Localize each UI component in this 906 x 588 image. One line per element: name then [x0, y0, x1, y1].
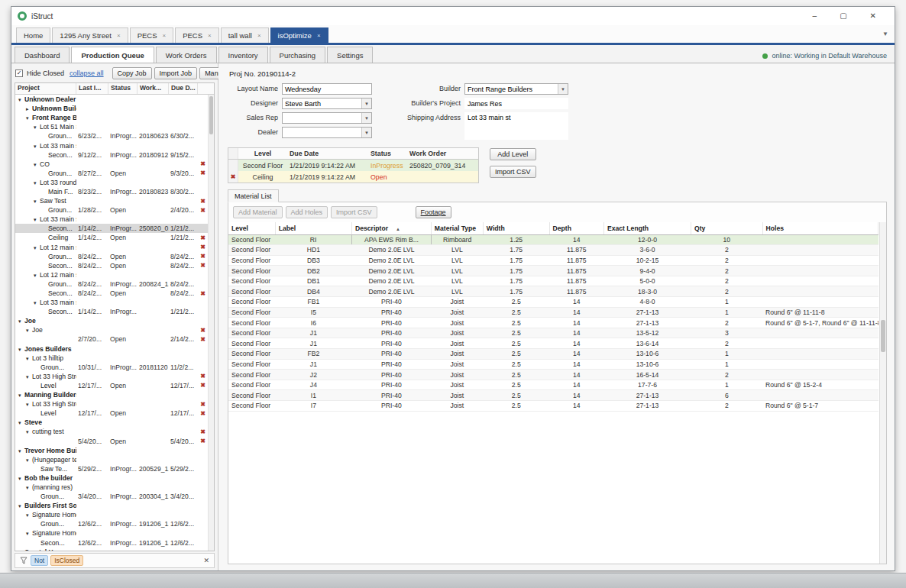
shipping-address-field[interactable]: Lot 33 main st — [464, 112, 568, 140]
material-col-width[interactable]: Width — [483, 222, 549, 234]
tree-job-row[interactable]: 2/7/20...Open2/14/2...✖ — [15, 334, 208, 344]
delete-job-icon[interactable]: ✖ — [198, 244, 208, 250]
builder-combobox[interactable]: Front Range Builders▼ — [464, 83, 568, 95]
material-col-holes[interactable]: Holes — [762, 222, 878, 234]
tree-job-row[interactable]: Main F...8/23/2...InProgr...201808238/30… — [15, 187, 208, 196]
tree-expand-icon[interactable]: ▾ — [18, 476, 24, 482]
tree-job-row[interactable]: Saw Te...5/29/2...InProgr...200529_1...5… — [15, 464, 208, 473]
material-row[interactable]: Second FloorDB2Demo 2.0E LVLLVL1.7511.87… — [228, 266, 878, 276]
delete-job-icon[interactable]: ✖ — [198, 160, 208, 167]
tree-group-row[interactable]: ▾(Hungepager test1) — [15, 455, 208, 464]
material-list-tab[interactable]: Material List — [228, 189, 279, 202]
layout-name-input[interactable]: Wednesday — [282, 83, 372, 95]
delete-job-icon[interactable]: ✖ — [198, 198, 208, 205]
tree-expand-icon[interactable]: ▾ — [26, 374, 32, 380]
sales-rep-combobox[interactable]: ▼ — [282, 112, 372, 124]
tree-job-row[interactable]: Groun...10/31/...InProgr...2018112011/2/… — [15, 363, 208, 372]
chevron-down-icon[interactable]: ▼ — [361, 113, 371, 123]
tree-expand-icon[interactable]: ▾ — [34, 245, 40, 251]
tree-job-row[interactable]: Groun...3/4/20...InProgr...200304_1...3/… — [15, 492, 208, 501]
tree-group-row[interactable]: ▾Lot 33 main st — [15, 215, 208, 224]
tree-expand-icon[interactable]: ▾ — [26, 328, 32, 334]
level-row[interactable]: ✖Ceiling1/21/2019 9:14:22 AMOpen — [228, 171, 478, 183]
tree-job-row[interactable]: Secon...1/14/2...InProgr...1/21/2... — [15, 307, 208, 316]
module-tab-inventory[interactable]: Inventory — [218, 47, 268, 63]
tree-expand-icon[interactable]: ▾ — [26, 402, 32, 408]
tree-scrollbar[interactable] — [208, 95, 214, 551]
delete-job-icon[interactable]: ✖ — [198, 336, 208, 343]
doc-tab-tall-wall[interactable]: tall wall× — [221, 27, 269, 43]
tree-group-row[interactable]: ▾Builders First Source — [15, 501, 208, 510]
level-col-status[interactable]: Status — [368, 150, 408, 157]
material-col-material-type[interactable]: Material Type — [431, 222, 483, 234]
module-tab-purchasing[interactable]: Purchasing — [270, 47, 326, 63]
dealer-combobox[interactable]: ▼ — [282, 127, 372, 138]
tree-job-row[interactable]: Groun...6/23/2...InProgr...201806236/30/… — [15, 131, 208, 141]
maximize-button[interactable]: ▢ — [840, 12, 846, 20]
chevron-down-icon[interactable]: ▼ — [558, 84, 568, 94]
doc-tab-pecs[interactable]: PECS× — [175, 27, 219, 43]
tree-expand-icon[interactable]: ▾ — [18, 347, 24, 353]
filter-icon[interactable] — [20, 557, 28, 564]
clear-filter-button[interactable]: ✕ — [203, 557, 209, 564]
delete-job-icon[interactable]: ✖ — [198, 438, 208, 444]
tree-expand-icon[interactable]: ▾ — [34, 180, 40, 186]
level-col-work-order[interactable]: Work Order — [408, 150, 478, 157]
tree-expand-icon[interactable]: ▾ — [34, 162, 40, 168]
delete-job-icon[interactable]: ✖ — [198, 170, 208, 176]
tree-group-row[interactable]: ▾CO✖ — [15, 160, 208, 169]
material-row[interactable]: Second FloorI5PRI-40Joist2.51427-1-131Ro… — [228, 307, 878, 318]
doc-tab-1295-any-street[interactable]: 1295 Any Street× — [52, 27, 128, 43]
tree-job-row[interactable]: Secon...8/24/2...Open8/24/2...✖ — [15, 289, 208, 298]
collapse-all-link[interactable]: collapse all — [70, 69, 104, 77]
tree-job-row[interactable]: Level12/17/...Open12/17/...✖ — [15, 381, 208, 390]
tree-col-status[interactable]: Status — [108, 83, 138, 94]
tree-col-project[interactable]: Project — [15, 83, 76, 94]
material-row[interactable]: Second FloorJ2PRI-40Joist2.51416-5-142 — [228, 370, 878, 380]
close-tab-icon[interactable]: × — [317, 33, 321, 39]
material-row[interactable]: Second FloorFB1PRI-40Joist2.5144-8-01 — [228, 297, 878, 308]
tree-expand-icon[interactable]: ▾ — [34, 144, 40, 150]
tree-group-row[interactable]: ▾Manning Builders — [15, 390, 208, 399]
material-row[interactable]: Second FloorHD1Demo 2.0E LVLLVL1.7511.87… — [228, 245, 878, 256]
tree-expand-icon[interactable]: ▾ — [34, 300, 40, 306]
tree-group-row[interactable]: ▾Trevor Home Builder — [15, 446, 208, 455]
tree-group-row[interactable]: ▾(manning res) — [15, 483, 208, 492]
chevron-down-icon[interactable]: ▼ — [361, 99, 371, 108]
close-tab-icon[interactable]: × — [117, 33, 121, 39]
close-button[interactable]: ✕ — [870, 12, 876, 20]
tree-group-row[interactable]: ▾Front Range Builders — [15, 113, 208, 122]
tree-expand-icon[interactable]: ▾ — [18, 420, 24, 426]
chevron-down-icon[interactable]: ▼ — [361, 128, 371, 137]
doc-tab-home[interactable]: Home — [16, 27, 50, 43]
tree-col-due-d[interactable]: Due D... — [169, 83, 198, 94]
tree-group-row[interactable]: ▾Lot 12 main street — [15, 270, 208, 279]
module-tab-dashboard[interactable]: Dashboard — [15, 47, 70, 63]
material-col-label[interactable]: Label — [275, 222, 351, 234]
import-csv-button[interactable]: Import CSV — [490, 166, 536, 178]
tree-group-row[interactable]: ▾Lot 33 roundtree — [15, 178, 208, 187]
tree-job-row[interactable]: Groun...8/24/2...Open8/24/2...✖ — [15, 252, 208, 261]
tree-col-last-i[interactable]: Last I... — [76, 83, 108, 94]
material-scrollbar-thumb[interactable] — [881, 320, 885, 352]
material-row[interactable]: Second FloorJ1PRI-40Joist2.51413-6-142 — [228, 338, 878, 349]
material-row[interactable]: Second FloorI6PRI-40Joist2.51427-1-132Ro… — [228, 318, 878, 328]
close-tab-icon[interactable]: × — [208, 33, 212, 39]
tree-group-row[interactable]: ▾Unknown Dealer — [15, 95, 208, 104]
level-col-due-date[interactable]: Due Date — [287, 150, 368, 157]
filter-chip-not[interactable]: Not — [31, 555, 48, 566]
tree-group-row[interactable]: ▾Joe✖ — [15, 325, 208, 334]
tree-group-row[interactable]: ▾cutting test✖ — [15, 427, 208, 436]
delete-job-icon[interactable]: ✖ — [198, 262, 208, 269]
tree-group-row[interactable]: ▾Steve — [15, 418, 208, 427]
import-job-button[interactable]: Import Job — [154, 67, 198, 79]
tree-job-row[interactable]: 5/4/20...Open5/4/20...✖ — [15, 436, 208, 445]
delete-job-icon[interactable]: ✖ — [198, 401, 208, 408]
level-row[interactable]: Second Floor1/21/2019 9:14:22 AMInProgre… — [228, 160, 478, 171]
tree-scrollbar-thumb[interactable] — [209, 96, 213, 134]
tree-expand-icon[interactable]: ▾ — [26, 485, 32, 491]
tree-expand-icon[interactable]: ▾ — [34, 124, 40, 131]
tree-job-row[interactable]: Groun...8/24/2...InProgr...200824_1...8/… — [15, 279, 208, 289]
builder-s-project-field[interactable]: James Res — [464, 98, 568, 109]
tree-expand-icon[interactable]: ▾ — [26, 531, 32, 537]
